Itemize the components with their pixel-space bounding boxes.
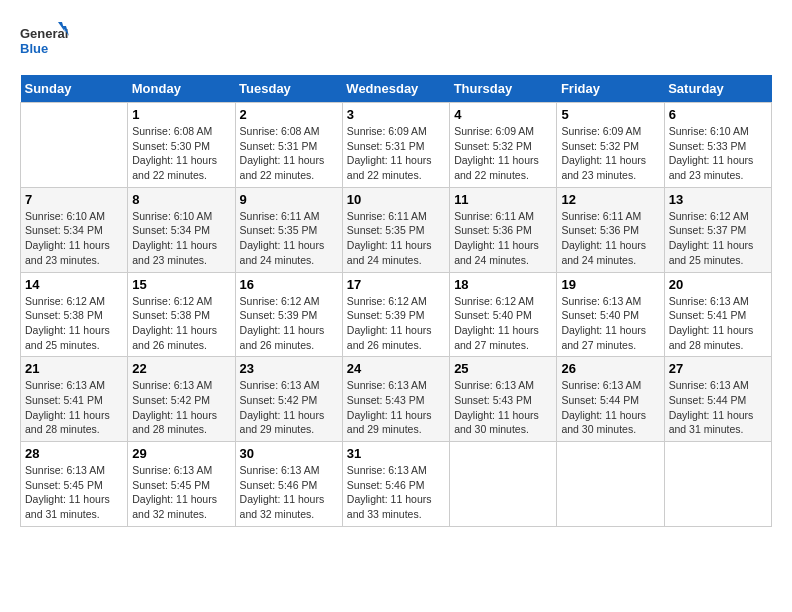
calendar-cell: 24 Sunrise: 6:13 AMSunset: 5:43 PMDaylig… [342, 357, 449, 442]
day-detail: Sunrise: 6:08 AMSunset: 5:30 PMDaylight:… [132, 124, 230, 183]
calendar-cell: 7 Sunrise: 6:10 AMSunset: 5:34 PMDayligh… [21, 187, 128, 272]
day-number: 15 [132, 277, 230, 292]
calendar-cell: 8 Sunrise: 6:10 AMSunset: 5:34 PMDayligh… [128, 187, 235, 272]
calendar-cell: 3 Sunrise: 6:09 AMSunset: 5:31 PMDayligh… [342, 103, 449, 188]
day-number: 14 [25, 277, 123, 292]
calendar-week-row: 1 Sunrise: 6:08 AMSunset: 5:30 PMDayligh… [21, 103, 772, 188]
day-number: 10 [347, 192, 445, 207]
day-detail: Sunrise: 6:13 AMSunset: 5:46 PMDaylight:… [347, 463, 445, 522]
header: General Blue [20, 20, 772, 65]
day-number: 27 [669, 361, 767, 376]
weekday-header-friday: Friday [557, 75, 664, 103]
day-detail: Sunrise: 6:10 AMSunset: 5:34 PMDaylight:… [132, 209, 230, 268]
day-number: 24 [347, 361, 445, 376]
calendar-cell: 18 Sunrise: 6:12 AMSunset: 5:40 PMDaylig… [450, 272, 557, 357]
day-detail: Sunrise: 6:11 AMSunset: 5:36 PMDaylight:… [454, 209, 552, 268]
day-detail: Sunrise: 6:13 AMSunset: 5:40 PMDaylight:… [561, 294, 659, 353]
calendar-cell: 15 Sunrise: 6:12 AMSunset: 5:38 PMDaylig… [128, 272, 235, 357]
day-detail: Sunrise: 6:10 AMSunset: 5:34 PMDaylight:… [25, 209, 123, 268]
day-detail: Sunrise: 6:13 AMSunset: 5:44 PMDaylight:… [669, 378, 767, 437]
day-detail: Sunrise: 6:13 AMSunset: 5:45 PMDaylight:… [132, 463, 230, 522]
day-detail: Sunrise: 6:13 AMSunset: 5:43 PMDaylight:… [347, 378, 445, 437]
day-detail: Sunrise: 6:13 AMSunset: 5:42 PMDaylight:… [132, 378, 230, 437]
day-detail: Sunrise: 6:12 AMSunset: 5:38 PMDaylight:… [25, 294, 123, 353]
day-number: 22 [132, 361, 230, 376]
weekday-header-tuesday: Tuesday [235, 75, 342, 103]
calendar-cell: 22 Sunrise: 6:13 AMSunset: 5:42 PMDaylig… [128, 357, 235, 442]
svg-text:Blue: Blue [20, 41, 48, 56]
calendar-cell: 26 Sunrise: 6:13 AMSunset: 5:44 PMDaylig… [557, 357, 664, 442]
day-detail: Sunrise: 6:13 AMSunset: 5:41 PMDaylight:… [669, 294, 767, 353]
day-number: 29 [132, 446, 230, 461]
calendar-week-row: 28 Sunrise: 6:13 AMSunset: 5:45 PMDaylig… [21, 442, 772, 527]
day-number: 12 [561, 192, 659, 207]
day-detail: Sunrise: 6:11 AMSunset: 5:36 PMDaylight:… [561, 209, 659, 268]
day-detail: Sunrise: 6:09 AMSunset: 5:32 PMDaylight:… [561, 124, 659, 183]
weekday-header-wednesday: Wednesday [342, 75, 449, 103]
day-number: 23 [240, 361, 338, 376]
weekday-header-saturday: Saturday [664, 75, 771, 103]
day-detail: Sunrise: 6:09 AMSunset: 5:31 PMDaylight:… [347, 124, 445, 183]
calendar-cell: 2 Sunrise: 6:08 AMSunset: 5:31 PMDayligh… [235, 103, 342, 188]
calendar-cell: 10 Sunrise: 6:11 AMSunset: 5:35 PMDaylig… [342, 187, 449, 272]
day-number: 16 [240, 277, 338, 292]
day-number: 8 [132, 192, 230, 207]
calendar-week-row: 7 Sunrise: 6:10 AMSunset: 5:34 PMDayligh… [21, 187, 772, 272]
calendar-cell: 31 Sunrise: 6:13 AMSunset: 5:46 PMDaylig… [342, 442, 449, 527]
day-number: 21 [25, 361, 123, 376]
day-number: 30 [240, 446, 338, 461]
day-number: 7 [25, 192, 123, 207]
day-detail: Sunrise: 6:11 AMSunset: 5:35 PMDaylight:… [240, 209, 338, 268]
calendar-cell: 29 Sunrise: 6:13 AMSunset: 5:45 PMDaylig… [128, 442, 235, 527]
calendar-cell [450, 442, 557, 527]
calendar-cell: 23 Sunrise: 6:13 AMSunset: 5:42 PMDaylig… [235, 357, 342, 442]
calendar-cell: 25 Sunrise: 6:13 AMSunset: 5:43 PMDaylig… [450, 357, 557, 442]
calendar-cell: 27 Sunrise: 6:13 AMSunset: 5:44 PMDaylig… [664, 357, 771, 442]
day-number: 19 [561, 277, 659, 292]
calendar-cell: 16 Sunrise: 6:12 AMSunset: 5:39 PMDaylig… [235, 272, 342, 357]
day-detail: Sunrise: 6:13 AMSunset: 5:41 PMDaylight:… [25, 378, 123, 437]
day-detail: Sunrise: 6:13 AMSunset: 5:46 PMDaylight:… [240, 463, 338, 522]
day-number: 26 [561, 361, 659, 376]
calendar-cell: 20 Sunrise: 6:13 AMSunset: 5:41 PMDaylig… [664, 272, 771, 357]
weekday-header-thursday: Thursday [450, 75, 557, 103]
calendar-cell: 28 Sunrise: 6:13 AMSunset: 5:45 PMDaylig… [21, 442, 128, 527]
logo-svg: General Blue [20, 20, 70, 65]
calendar-cell: 17 Sunrise: 6:12 AMSunset: 5:39 PMDaylig… [342, 272, 449, 357]
calendar-table: SundayMondayTuesdayWednesdayThursdayFrid… [20, 75, 772, 527]
day-number: 2 [240, 107, 338, 122]
day-number: 31 [347, 446, 445, 461]
calendar-cell: 14 Sunrise: 6:12 AMSunset: 5:38 PMDaylig… [21, 272, 128, 357]
day-detail: Sunrise: 6:09 AMSunset: 5:32 PMDaylight:… [454, 124, 552, 183]
day-detail: Sunrise: 6:13 AMSunset: 5:43 PMDaylight:… [454, 378, 552, 437]
day-number: 25 [454, 361, 552, 376]
day-number: 9 [240, 192, 338, 207]
day-number: 11 [454, 192, 552, 207]
day-detail: Sunrise: 6:13 AMSunset: 5:45 PMDaylight:… [25, 463, 123, 522]
calendar-cell: 19 Sunrise: 6:13 AMSunset: 5:40 PMDaylig… [557, 272, 664, 357]
day-number: 20 [669, 277, 767, 292]
calendar-week-row: 21 Sunrise: 6:13 AMSunset: 5:41 PMDaylig… [21, 357, 772, 442]
calendar-cell [21, 103, 128, 188]
calendar-cell [664, 442, 771, 527]
calendar-cell: 6 Sunrise: 6:10 AMSunset: 5:33 PMDayligh… [664, 103, 771, 188]
calendar-cell: 1 Sunrise: 6:08 AMSunset: 5:30 PMDayligh… [128, 103, 235, 188]
calendar-cell: 13 Sunrise: 6:12 AMSunset: 5:37 PMDaylig… [664, 187, 771, 272]
day-number: 4 [454, 107, 552, 122]
day-number: 3 [347, 107, 445, 122]
day-detail: Sunrise: 6:12 AMSunset: 5:39 PMDaylight:… [240, 294, 338, 353]
day-detail: Sunrise: 6:12 AMSunset: 5:37 PMDaylight:… [669, 209, 767, 268]
day-detail: Sunrise: 6:13 AMSunset: 5:44 PMDaylight:… [561, 378, 659, 437]
calendar-cell: 30 Sunrise: 6:13 AMSunset: 5:46 PMDaylig… [235, 442, 342, 527]
calendar-cell: 11 Sunrise: 6:11 AMSunset: 5:36 PMDaylig… [450, 187, 557, 272]
day-detail: Sunrise: 6:11 AMSunset: 5:35 PMDaylight:… [347, 209, 445, 268]
day-number: 6 [669, 107, 767, 122]
calendar-cell: 9 Sunrise: 6:11 AMSunset: 5:35 PMDayligh… [235, 187, 342, 272]
weekday-header-monday: Monday [128, 75, 235, 103]
day-number: 5 [561, 107, 659, 122]
calendar-cell: 21 Sunrise: 6:13 AMSunset: 5:41 PMDaylig… [21, 357, 128, 442]
day-detail: Sunrise: 6:10 AMSunset: 5:33 PMDaylight:… [669, 124, 767, 183]
calendar-cell [557, 442, 664, 527]
day-number: 1 [132, 107, 230, 122]
calendar-cell: 4 Sunrise: 6:09 AMSunset: 5:32 PMDayligh… [450, 103, 557, 188]
